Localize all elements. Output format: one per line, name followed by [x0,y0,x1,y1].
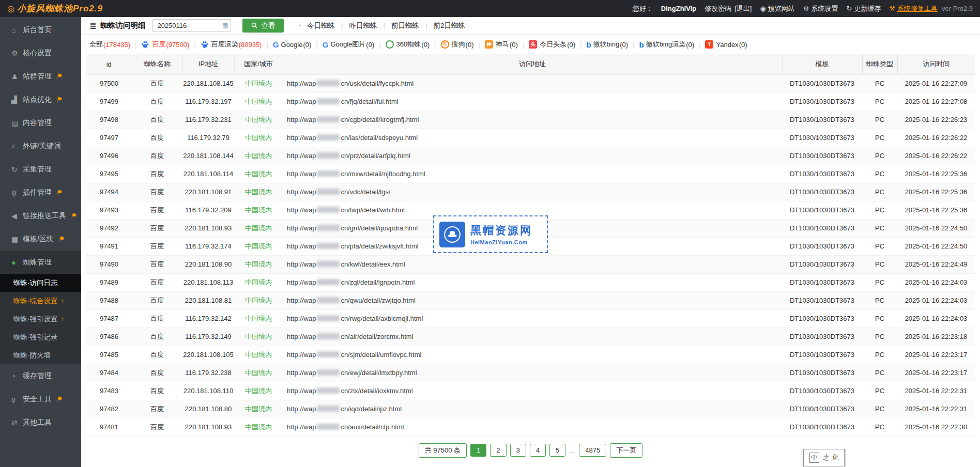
preview-site-link[interactable]: ◉预览网站 [760,4,794,13]
cell-template: DT1030/1030DT3673 [782,165,862,183]
url-path: cn/fjq/detail/ful.html [341,98,398,105]
cell-id: 97486 [86,328,132,346]
filter-shenma[interactable]: 神神马(0) [485,40,518,49]
page-button-4[interactable]: 4 [530,444,546,457]
page-button-4875[interactable]: 4875 [579,444,606,457]
cell-country: 中国境内 [234,219,283,237]
system-settings-link[interactable]: ⚙系统设置 [803,4,838,13]
separator: | [425,22,427,29]
monitor-icon: ⌂ [11,26,23,34]
sidebar-subitem-spider-firewall[interactable]: 蜘蛛·防火墙 [0,346,81,364]
repair-tool-link[interactable]: ⚒系统修复工具 [889,4,938,13]
cell-visit-time: 2025-01-16 22:23:18 [897,328,975,346]
sidebar-item-spider-manage[interactable]: ●蜘蛛管理 [0,251,81,274]
cell-template: DT1030/1030DT3673 [782,111,862,129]
sidebar-item-content-manage[interactable]: ▤内容管理 [0,111,81,134]
sidebar-item-backend-home[interactable]: ⌂后台首页 [0,18,81,41]
url-path: cn/iqd/detail/ipz.html [341,405,402,413]
separator: | [135,41,136,49]
baidu-paw-icon [201,40,209,49]
page-button-5[interactable]: 5 [549,444,565,457]
date-input[interactable] [152,19,231,32]
separator: | [478,41,480,49]
filter-bing-render[interactable]: b微软bing渲染(0) [639,40,694,49]
watermark: 黑帽资源网 HeiMaoZiYuan.Com [433,215,548,253]
cell-id: 97498 [86,111,132,129]
censored-domain [317,98,340,104]
next-page-button[interactable]: 下一页 [610,443,642,458]
sidebar-subitem-spider-force-records[interactable]: 蜘蛛·强引记录 [0,328,81,346]
spider-icon: ● [11,258,23,267]
filter-google[interactable]: GGoogle(0) [273,40,311,49]
filter-all[interactable]: 全部(178435) [89,40,130,49]
page-button-3[interactable]: 3 [510,444,526,457]
cell-spider-name: 百度 [132,400,182,418]
change-password-link[interactable]: 修改密码 [705,4,731,13]
sidebar-item-label: 核心设置 [23,49,52,58]
sidebar-item-link-push[interactable]: ◀链接推送工具⚑ [0,204,81,227]
filter-bing[interactable]: b微软bing(0) [586,40,628,49]
sidebar-item-site-optimize[interactable]: ▟站点优化⚑ [0,88,81,111]
url-prefix: http://wap [287,405,316,413]
table-row: 97490百度220.181.108.90中国境内http://wapcn/kw… [86,255,975,273]
sidebar-item-other-tools[interactable]: ⇄其他工具 [0,411,81,434]
separator: | [580,41,581,49]
sidebar-subitem-spider-force-settings[interactable]: 蜘蛛·强引设置↑ [0,310,81,328]
sidebar-item-cache-manage[interactable]: ◔缓存管理 [0,364,81,387]
cell-country: 中国境内 [234,382,283,400]
date-tab-0[interactable]: 今日蜘蛛 [306,21,336,30]
sidebar-item-site-group[interactable]: ♟站群管理⚑ [0,65,81,88]
total-count: 共 97500 条 [419,443,467,458]
url-path: cn/ias/detail/sdspeyu.html [341,134,418,142]
page-button-2[interactable]: 2 [490,444,506,457]
filter-baidu[interactable]: 百度(97500) [141,40,189,49]
watermark-subtitle: HeiMaoZiYuan.Com [470,239,532,245]
cell-url: http://wapcn/kwf/detail/eex.html [283,255,782,273]
refresh-cache-link[interactable]: ↻更新缓存 [846,4,881,13]
filter-baidu-render[interactable]: 百度渲染(80935) [201,40,262,49]
stamp-widget: 中 之 化 [802,449,846,466]
logout-link[interactable]: [退出] [734,4,752,13]
filter-google-images[interactable]: GGoogle图片(0) [323,40,374,49]
sidebar-item-label: 站点优化 [23,95,52,104]
sidebar-subitem-spider-general-settings[interactable]: 蜘蛛·综合设置↑ [0,292,81,310]
url-path: cn/zlx/detail/ioxkmv.html [341,387,412,395]
separator: | [316,41,317,49]
gear-icon: ⚙ [803,5,809,12]
page-button-1[interactable]: 1 [470,444,486,457]
date-tab-1[interactable]: 昨日蜘蛛 [348,21,378,30]
page-title: 蜘蛛访问明细 [100,21,145,30]
separator: | [341,22,343,29]
filter-360-spider[interactable]: 360蜘蛛(0) [386,40,430,49]
cell-spider-type: PC [862,255,897,273]
column-header: 模板 [782,54,862,74]
cell-ip: 220.181.108.93 [182,219,234,237]
sidebar-item-collect-manage[interactable]: ↻采集管理 [0,158,81,181]
filter-sogou[interactable]: S搜狗(0) [441,40,474,49]
view-button[interactable]: 查看 [242,19,284,33]
cell-template: DT1030/1030DT3673 [782,364,862,382]
sidebar-item-security-tools[interactable]: ϙ安全工具⚑ [0,387,81,411]
cell-spider-name: 百度 [132,111,182,129]
cell-visit-time: 2025-01-16 22:25:36 [897,183,975,201]
date-tab-2[interactable]: 前日蜘蛛 [390,21,420,30]
cell-id: 97487 [86,309,132,328]
sidebar-item-core-settings[interactable]: ⚙核心设置 [0,41,81,65]
url-prefix: http://wap [287,333,316,340]
filter-yandex[interactable]: YYandex(0) [705,40,747,49]
sidebar-item-template-blocks[interactable]: ▦模板/区块⚑ [0,227,81,251]
sidebar-subitem-spider-visit-log[interactable]: 蜘蛛·访问日志 [0,274,81,292]
censored-domain [317,243,340,249]
toolbar: ≣ 蜘蛛访问明细 ▦ 查看 ◔ 今日蜘蛛|昨日蜘蛛|前日蜘蛛|前2日蜘蛛 [81,17,980,35]
sidebar-item-links-keywords[interactable]: ⌕外链/关键词 [0,134,81,158]
separator: | [266,41,268,49]
sidebar-item-plugin-manage[interactable]: ψ插件管理⚑ [0,181,81,204]
url-path: cn/usk/detail/fyccpk.html [341,80,414,87]
url-prefix: http://wap [287,80,316,87]
pin-icon: ⚑ [56,189,62,196]
cell-visit-time: 2025-01-16 22:24:03 [897,291,975,309]
filter-toutiao[interactable]: 头今日头条(0) [529,40,575,49]
calendar-icon[interactable]: ▦ [222,22,228,29]
cell-ip: 220.181.108.80 [182,400,234,418]
date-tab-3[interactable]: 前2日蜘蛛 [432,21,466,30]
